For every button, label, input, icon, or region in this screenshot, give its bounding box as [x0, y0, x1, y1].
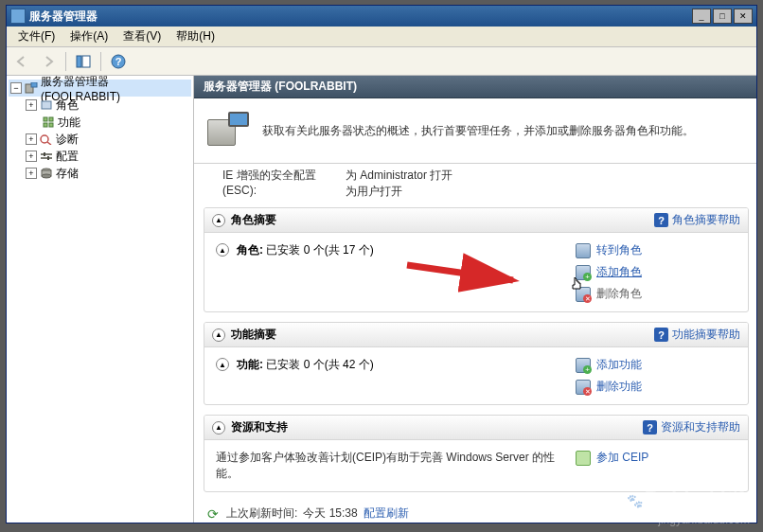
link-label: 添加角色 — [596, 264, 642, 280]
minimize-button[interactable]: _ — [692, 9, 711, 24]
role-icon — [39, 98, 54, 112]
arrow-left-icon — [15, 55, 28, 68]
expand-icon[interactable]: + — [26, 151, 37, 162]
svg-point-11 — [41, 135, 48, 143]
panel-features: ▲ 功能摘要 ? 功能摘要帮助 ▲ 功能: 已安装 0 个(共 42 个) — [204, 322, 749, 405]
svg-rect-0 — [77, 56, 81, 67]
link-ceip[interactable]: 参加 CEIP — [576, 450, 736, 466]
nav-back-button — [10, 50, 33, 73]
refresh-time: 今天 15:38 — [303, 505, 357, 522]
paw-icon: 🐾 — [627, 493, 643, 508]
ceip-icon — [576, 451, 591, 466]
expand-icon[interactable]: + — [26, 99, 37, 111]
menu-file[interactable]: 文件(F) — [10, 27, 62, 46]
link-remove-feature[interactable]: 删除功能 — [576, 379, 736, 395]
help-label: 功能摘要帮助 — [672, 327, 740, 343]
svg-rect-16 — [47, 156, 49, 160]
menu-view[interactable]: 查看(V) — [115, 27, 169, 46]
content-panel: 服务器管理器 (FOOLRABBIT) 获取有关此服务器状态的概述，执行首要管理… — [194, 76, 756, 523]
maximize-button[interactable]: □ — [713, 9, 732, 24]
banner-text: 获取有关此服务器状态的概述，执行首要管理任务，并添加或删除服务器角色和功能。 — [262, 123, 745, 139]
tree-item-config[interactable]: + 配置 — [9, 148, 191, 165]
help-icon: ? — [643, 420, 657, 434]
brand-sub: jingyan.baidu.com — [627, 513, 750, 526]
arrow-right-icon — [42, 55, 55, 68]
svg-rect-14 — [41, 157, 52, 159]
panel-icon — [76, 55, 91, 68]
menu-help[interactable]: 帮助(H) — [169, 27, 222, 46]
panel-right: 添加功能 删除功能 — [576, 357, 736, 395]
server-remove-icon — [576, 380, 591, 395]
body: − 服务器管理器 (FOOLRABBIT) + 角色 功能 + 诊断 — [7, 76, 756, 523]
watermark-url: www.foolrabbit.com — [13, 505, 194, 526]
tree-item-storage[interactable]: + 存储 — [9, 165, 191, 182]
brand-text: Baidu 经验 — [645, 485, 750, 513]
svg-text:?: ? — [115, 56, 122, 67]
refresh-label: 上次刷新时间: — [226, 505, 297, 522]
tree-item-features[interactable]: 功能 — [9, 114, 191, 131]
config-icon — [39, 150, 54, 163]
svg-rect-13 — [41, 153, 52, 155]
panel-head: ▲ 资源和支持 ? 资源和支持帮助 — [204, 416, 748, 440]
snippet-value1: 为 Administrator 打开 — [346, 168, 452, 184]
configure-refresh-link[interactable]: 配置刷新 — [364, 505, 409, 522]
help-icon: ? — [111, 54, 126, 69]
titlebar: 服务器管理器 _ □ ✕ — [7, 6, 756, 27]
link-goto-roles[interactable]: 转到角色 — [576, 242, 736, 258]
help-button[interactable]: ? — [107, 50, 130, 73]
help-label: 角色摘要帮助 — [672, 212, 740, 228]
features-help-link[interactable]: ? 功能摘要帮助 — [654, 327, 740, 343]
collapse-icon[interactable]: − — [10, 82, 22, 94]
panel-body: 通过参加客户体验改善计划(CEIP)有助于完善 Windows Server 的… — [204, 440, 748, 491]
snippet-label: IE 增强的安全配置(ESC): — [222, 168, 336, 200]
tree-item-diag[interactable]: + 诊断 — [9, 131, 191, 148]
storage-icon — [39, 167, 54, 180]
panel-right: 参加 CEIP — [576, 450, 736, 482]
link-label: 转到角色 — [596, 242, 642, 258]
roles-help-link[interactable]: ? 角色摘要帮助 — [654, 212, 740, 228]
collapse-toggle[interactable]: ▲ — [212, 214, 225, 227]
expand-icon[interactable]: + — [26, 133, 37, 145]
tree-root[interactable]: − 服务器管理器 (FOOLRABBIT) — [9, 80, 191, 97]
collapse-toggle[interactable]: ▲ — [212, 421, 225, 434]
server-icon — [24, 81, 39, 95]
close-button[interactable]: ✕ — [734, 9, 753, 24]
svg-rect-15 — [44, 152, 45, 156]
server-remove-icon — [576, 287, 591, 302]
server-add-icon — [576, 265, 591, 280]
collapse-toggle[interactable]: ▲ — [216, 358, 229, 371]
roles-status: 已安装 0 个(共 17 个) — [266, 243, 373, 257]
panel-body: ▲ 角色: 已安装 0 个(共 17 个) 转到角色 — [204, 233, 748, 311]
content-header: 服务器管理器 (FOOLRABBIT) — [194, 76, 756, 98]
refresh-icon: ⟳ — [205, 506, 221, 522]
collapse-toggle[interactable]: ▲ — [216, 243, 229, 257]
window-buttons: _ □ ✕ — [692, 9, 753, 24]
server-illustration — [205, 112, 249, 150]
nav-forward-button — [37, 50, 60, 73]
link-add-role[interactable]: 添加角色 — [576, 264, 736, 280]
svg-rect-10 — [49, 123, 53, 127]
link-remove-role[interactable]: 删除角色 — [576, 286, 736, 302]
expand-icon[interactable]: + — [26, 168, 37, 179]
show-hide-tree-button[interactable] — [72, 50, 95, 73]
tree-item-label: 存储 — [56, 166, 79, 182]
svg-rect-5 — [31, 82, 37, 87]
panel-left: ▲ 功能: 已安装 0 个(共 42 个) — [216, 357, 576, 395]
link-label: 添加功能 — [596, 357, 642, 373]
panel-title: 角色摘要 — [231, 212, 648, 228]
resources-help-link[interactable]: ? 资源和支持帮助 — [643, 419, 740, 435]
svg-line-12 — [47, 142, 51, 145]
help-icon: ? — [654, 328, 668, 342]
tree-item-label: 角色 — [56, 98, 79, 114]
collapse-toggle[interactable]: ▲ — [212, 328, 225, 342]
svg-rect-7 — [44, 117, 47, 121]
panel-roles: ▲ 角色摘要 ? 角色摘要帮助 ▲ 角色: 已安装 0 个(共 17 个) — [204, 207, 749, 312]
window-title: 服务器管理器 — [29, 9, 692, 25]
tree-panel: − 服务器管理器 (FOOLRABBIT) + 角色 功能 + 诊断 — [7, 76, 194, 523]
content-scroll[interactable]: IE 增强的安全配置(ESC): 为 Administrator 打开 为用户打… — [194, 164, 756, 523]
features-status: 已安装 0 个(共 42 个) — [266, 358, 373, 371]
roles-subtitle: 角色: — [237, 243, 263, 257]
menu-action[interactable]: 操作(A) — [62, 27, 115, 46]
toolbar-separator — [100, 52, 101, 71]
link-add-feature[interactable]: 添加功能 — [576, 357, 736, 373]
